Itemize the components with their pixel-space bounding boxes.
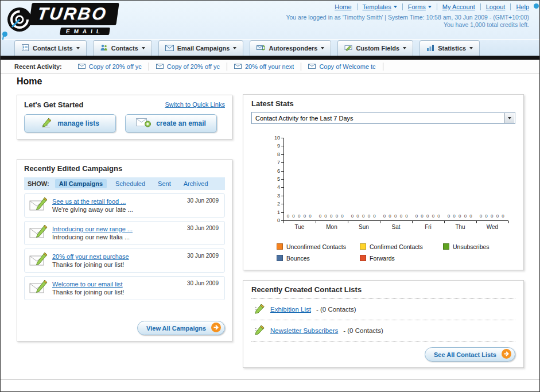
nav-tab-email-campaigns[interactable]: Email Campaigns [158, 40, 244, 56]
show-label: SHOW: [28, 180, 49, 187]
custom-fields-icon [344, 44, 352, 53]
manage-lists-button[interactable]: manage lists [24, 114, 116, 133]
decorative-dot [534, 3, 539, 9]
chart-y-axis [283, 138, 284, 220]
nav-tab-label: Custom Fields [356, 45, 399, 52]
top-link-home[interactable]: Home [335, 3, 351, 10]
campaign-filter-bar: SHOW: All Campaigns Scheduled Sent Archi… [24, 177, 225, 190]
latest-stats-panel: Latest Stats Contact Activity for the La… [243, 94, 524, 270]
top-link-help[interactable]: Help [510, 3, 529, 10]
bar-value-labels: 0 0 0 0 0 [476, 214, 508, 219]
x-tick-mark [508, 221, 509, 223]
chevron-down-icon [233, 47, 236, 49]
nav-tab-contacts[interactable]: Contacts [93, 40, 152, 56]
x-tick-label: Wed [476, 224, 508, 230]
envelope-pencil-icon [29, 251, 52, 270]
pencil-icon [254, 303, 265, 316]
bar-value-labels: 0 0 0 0 0 [283, 214, 316, 219]
contact-list-link[interactable]: Exhibition List [270, 306, 311, 313]
chevron-down-icon [469, 47, 473, 49]
bar-value-labels: 0 0 0 0 0 [316, 214, 348, 219]
envelope-icon [234, 63, 242, 70]
y-tick-mark [281, 146, 283, 146]
contact-list-link[interactable]: Newsletter Subscribers [270, 327, 338, 334]
legend-item: Forwards [360, 254, 443, 262]
envelope-pencil-icon [29, 196, 52, 215]
envelope-plus-icon [136, 118, 151, 129]
contact-list-item: Newsletter Subscribers - (0 Contacts) [251, 320, 515, 341]
campaign-title-link[interactable]: 20% off your next purchase [52, 253, 129, 260]
envelope-icon [165, 45, 174, 52]
logo-text-turbo: TURBO [29, 3, 119, 25]
legend-swatch [277, 243, 283, 250]
filter-scheduled[interactable]: Scheduled [111, 179, 149, 188]
recent-activity-item[interactable]: Copy of Welcome tc [301, 63, 383, 71]
get-started-panel: Let's Get Started Switch to Quick Links … [17, 95, 232, 139]
campaign-row: See us at the retail food ... We're givi… [24, 193, 225, 218]
filter-sent[interactable]: Sent [154, 179, 175, 188]
bar-value-labels: 0 0 0 0 0 [412, 214, 444, 219]
view-all-campaigns-button[interactable]: View All Campaigns [137, 321, 225, 335]
x-tick-mark [476, 221, 477, 223]
bar-value-labels: 0 0 0 0 0 [444, 214, 476, 219]
filter-all-campaigns[interactable]: All Campaigns [55, 179, 107, 188]
see-all-contact-lists-button[interactable]: See All Contact Lists [425, 347, 515, 362]
recent-activity-item[interactable]: Copy of 20% off yc [149, 63, 227, 71]
recent-contact-lists-panel: Recently Created Contact Lists Exhibitio… [243, 280, 524, 368]
top-link-logout[interactable]: Logout [480, 3, 506, 10]
chart-legend: Unconfirmed ContactsConfirmed ContactsUn… [277, 242, 532, 265]
login-info: You are logged in as 'Timothy Smith' | S… [286, 14, 529, 21]
logo-text: TURBO EMAIL [30, 3, 118, 36]
nav-tab-label: Autoresponders [269, 45, 317, 52]
y-tick-mark [281, 187, 283, 188]
recent-activity-item[interactable]: 20% off your next [227, 63, 301, 71]
switch-quick-links-link[interactable]: Switch to Quick Links [165, 101, 225, 108]
contact-list-detail: - (0 Contacts) [343, 327, 383, 334]
campaign-title-link[interactable]: See us at the retail food ... [52, 198, 133, 205]
top-link-templates[interactable]: Templates [357, 3, 397, 10]
create-email-button[interactable]: create an email [125, 114, 217, 133]
legend-swatch [360, 243, 366, 250]
campaign-title-link[interactable]: Welcome to our email list [52, 281, 124, 288]
recent-activity-bar: Recent Activity: Copy of 20% off yc Copy… [1, 60, 539, 73]
legend-item: Unconfirmed Contacts [277, 242, 360, 251]
main-nav: Contact Lists Contacts Email Campaigns A… [1, 40, 539, 56]
legend-item: Unsubscribes [443, 242, 526, 251]
recent-activity-text: Copy of 20% off yc [167, 63, 220, 70]
y-tick-label: 3 [267, 193, 280, 199]
envelope-icon [78, 63, 86, 70]
y-tick-mark [281, 138, 283, 138]
nav-tab-autoresponders[interactable]: Autoresponders [250, 40, 331, 56]
footer-divider [1, 379, 539, 380]
legend-swatch [443, 243, 449, 250]
campaign-subtitle: Thanks for joining our list! [52, 261, 129, 268]
credits-info: You have 1,000 total credits left. [444, 21, 529, 28]
chart-x-axis [283, 220, 508, 221]
recent-activity-text: Copy of 20% off yc [89, 63, 142, 70]
legend-label: Confirmed Contacts [370, 243, 423, 250]
top-link-forms[interactable]: Forms [402, 3, 432, 10]
campaign-title-link[interactable]: Introducing our new range ... [52, 226, 133, 232]
nav-tab-label: Contacts [111, 45, 138, 52]
arrow-right-circle-icon [211, 323, 221, 333]
legend-label: Bounces [286, 255, 310, 262]
app-logo[interactable]: TURBO EMAIL [6, 3, 118, 36]
legend-item: Confirmed Contacts [360, 242, 443, 251]
filter-archived[interactable]: Archived [180, 179, 212, 188]
x-tick-label: Sun [348, 224, 380, 230]
nav-tab-custom-fields[interactable]: Custom Fields [337, 40, 413, 56]
recent-activity-item[interactable]: Copy of 20% off yc [71, 63, 149, 71]
recent-activity-label: Recent Activity: [14, 63, 62, 70]
stats-period-select[interactable]: Contact Activity for the Last 7 Days [251, 112, 515, 124]
latest-stats-title: Latest Stats [251, 99, 515, 108]
campaign-subtitle: Introducing our new Italia ... [52, 234, 133, 240]
nav-tab-statistics[interactable]: Statistics [419, 40, 480, 56]
top-nav: Home Templates Forms My Account Logout H… [335, 3, 529, 10]
autoresponder-icon [257, 44, 265, 52]
x-tick-label: Tue [283, 224, 316, 230]
app-window: TURBO EMAIL Home Templates Forms My Acco… [0, 0, 540, 392]
nav-tab-contact-lists[interactable]: Contact Lists [14, 40, 87, 56]
legend-label: Unsubscribes [453, 243, 490, 250]
chevron-down-icon [76, 47, 80, 49]
top-link-my-account[interactable]: My Account [437, 3, 475, 10]
